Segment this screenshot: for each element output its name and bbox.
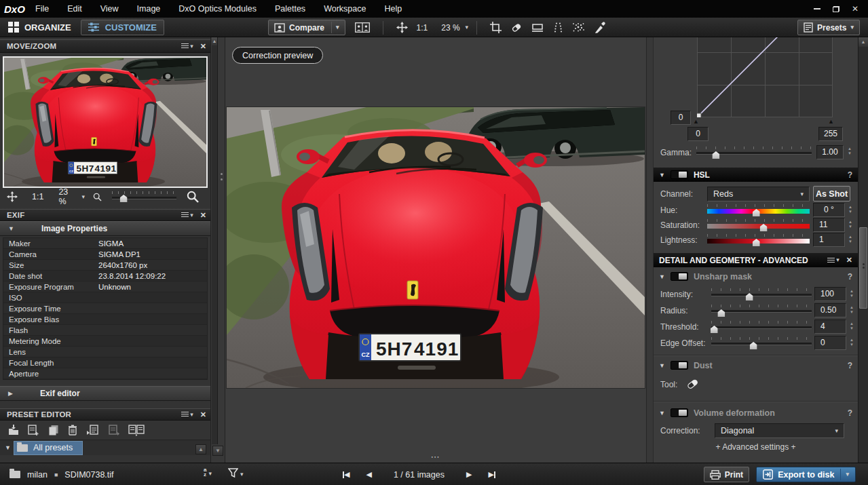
zoom-out-icon[interactable] bbox=[93, 193, 102, 201]
gamma-slider[interactable] bbox=[696, 147, 812, 159]
compare-presets-button[interactable] bbox=[128, 425, 145, 436]
menu-image[interactable]: Image bbox=[137, 4, 161, 14]
splitter-handle[interactable] bbox=[221, 173, 223, 184]
threshold-value[interactable]: 4 bbox=[814, 319, 846, 334]
zoom-level-value[interactable]: 23 % bbox=[441, 23, 459, 33]
navigator-thumbnail[interactable] bbox=[3, 56, 208, 188]
curve-node[interactable] bbox=[697, 113, 701, 117]
edge-offset-value[interactable]: 0 bbox=[814, 336, 846, 350]
duplicate-preset-button[interactable] bbox=[48, 425, 59, 435]
zoom-1to1-button[interactable]: 1:1 bbox=[417, 23, 428, 33]
import-preset-button[interactable] bbox=[8, 425, 19, 435]
radius-spinner[interactable]: ▲▼ bbox=[850, 306, 854, 314]
menu-workspace[interactable]: Workspace bbox=[324, 4, 366, 14]
hue-slider[interactable] bbox=[707, 204, 810, 216]
help-icon[interactable]: ? bbox=[848, 272, 852, 282]
menu-view[interactable]: View bbox=[100, 4, 119, 14]
tab-customize[interactable]: CUSTOMIZE bbox=[81, 20, 164, 35]
export-dropdown[interactable]: ▾ bbox=[840, 469, 849, 480]
left-scrollbar[interactable]: ▲ bbox=[212, 37, 218, 444]
white-point-value[interactable]: 255 bbox=[818, 127, 843, 141]
close-icon[interactable]: ✕ bbox=[846, 256, 852, 265]
correction-dropdown[interactable]: Diagonal ▾ bbox=[715, 423, 844, 438]
filter-button[interactable]: ▾ bbox=[228, 468, 244, 478]
compare-button[interactable]: Compare ▾ bbox=[268, 20, 345, 35]
scroll-up-button[interactable]: ▲ bbox=[858, 37, 868, 47]
intensity-value[interactable]: 100 bbox=[814, 287, 846, 301]
pan-tool-button[interactable] bbox=[7, 191, 18, 202]
image-canvas[interactable] bbox=[227, 107, 645, 388]
close-icon[interactable]: ✕ bbox=[200, 410, 206, 419]
dust-eraser-tool-button[interactable] bbox=[686, 378, 700, 390]
force-lines-tool-button[interactable] bbox=[553, 22, 563, 33]
panel-menu-icon[interactable]: ▾ bbox=[181, 43, 193, 50]
unsharp-mask-toggle[interactable] bbox=[671, 272, 688, 281]
radius-value[interactable]: 0.50 bbox=[814, 303, 846, 317]
exif-editor-section[interactable]: ▶ Exif editor bbox=[0, 386, 210, 401]
zoom-level-dropdown[interactable]: ▾ bbox=[82, 194, 86, 200]
menu-palettes[interactable]: Palettes bbox=[275, 4, 305, 14]
hue-value[interactable]: 0 ° bbox=[813, 203, 845, 217]
lightness-slider[interactable] bbox=[707, 234, 810, 246]
saturation-value[interactable]: 11 bbox=[813, 218, 845, 232]
triangle-down-icon[interactable]: ▼ bbox=[659, 273, 665, 280]
presets-button[interactable]: Presets ▾ bbox=[797, 20, 860, 35]
help-icon[interactable]: ? bbox=[848, 408, 852, 418]
triangle-down-icon[interactable]: ▼ bbox=[659, 410, 665, 416]
panel-menu-icon[interactable]: ▾ bbox=[181, 212, 193, 218]
triangle-down-icon[interactable]: ▼ bbox=[659, 362, 665, 369]
pan-tool-button[interactable] bbox=[396, 22, 408, 33]
black-point-marker[interactable]: ▲ bbox=[693, 118, 699, 125]
scroll-up-button[interactable]: ▲ bbox=[195, 444, 206, 454]
triangle-down-icon[interactable]: ▼ bbox=[5, 444, 11, 451]
right-scrollbar[interactable]: ▲ bbox=[858, 37, 868, 463]
close-icon[interactable]: ✕ bbox=[852, 5, 858, 12]
edge-offset-spinner[interactable]: ▲▼ bbox=[850, 338, 854, 347]
threshold-slider[interactable] bbox=[711, 321, 812, 333]
channel-dropdown[interactable]: Reds ▾ bbox=[707, 187, 810, 201]
lightness-spinner[interactable]: ▲▼ bbox=[848, 235, 852, 244]
create-preset-button[interactable] bbox=[28, 425, 39, 436]
force-parallel-tool-button[interactable] bbox=[531, 23, 544, 33]
menu-help[interactable]: Help bbox=[384, 4, 402, 14]
apply-preset-disabled-button[interactable] bbox=[107, 425, 119, 436]
intensity-slider[interactable] bbox=[711, 288, 812, 300]
scroll-down-button[interactable]: ▼ bbox=[212, 446, 223, 456]
close-icon[interactable]: ✕ bbox=[200, 42, 206, 51]
gamma-spinner[interactable]: ▲▼ bbox=[848, 147, 852, 155]
delete-preset-button[interactable] bbox=[68, 425, 77, 435]
tab-organize[interactable]: ORGANIZE bbox=[8, 22, 71, 33]
dust-brush-tool-button[interactable] bbox=[572, 22, 585, 33]
zoom-1to1-button[interactable]: 1:1 bbox=[32, 192, 43, 201]
help-icon[interactable]: ? bbox=[848, 170, 852, 180]
previous-image-button[interactable]: ◀ bbox=[366, 470, 371, 479]
lightness-value[interactable]: 1 bbox=[813, 233, 845, 247]
gamma-value[interactable]: 1.00 bbox=[816, 145, 844, 159]
export-to-disk-button[interactable]: Export to disk ▾ bbox=[756, 467, 856, 482]
black-point-value[interactable]: 0 bbox=[687, 127, 709, 141]
threshold-spinner[interactable]: ▲▼ bbox=[850, 322, 854, 330]
panel-menu-icon[interactable]: ▾ bbox=[181, 412, 193, 418]
side-by-side-view-button[interactable] bbox=[355, 22, 370, 33]
restore-icon[interactable] bbox=[833, 6, 839, 12]
white-point-marker[interactable]: ▲ bbox=[828, 118, 834, 125]
help-icon[interactable]: ? bbox=[848, 361, 852, 370]
scrollbar-thumb[interactable] bbox=[859, 227, 867, 309]
curve-input-value[interactable]: 0 bbox=[671, 111, 691, 125]
left-splitter[interactable]: ▲ ▼ bbox=[210, 37, 225, 463]
apply-preset-button[interactable] bbox=[86, 425, 98, 436]
compare-dropdown[interactable]: ▾ bbox=[331, 22, 339, 33]
as-shot-button[interactable]: As Shot bbox=[813, 186, 850, 201]
saturation-slider[interactable] bbox=[707, 219, 810, 231]
image-properties-section[interactable]: ▼ Image Properties bbox=[0, 221, 210, 236]
radius-slider[interactable] bbox=[711, 305, 812, 317]
first-image-button[interactable]: ◀ bbox=[343, 470, 350, 479]
zoom-level-value[interactable]: 23 % bbox=[58, 187, 77, 206]
intensity-spinner[interactable]: ▲▼ bbox=[850, 290, 854, 298]
hsl-toggle[interactable] bbox=[671, 170, 688, 179]
menu-edit[interactable]: Edit bbox=[67, 4, 82, 14]
zoom-level-dropdown[interactable]: ▾ bbox=[466, 24, 469, 31]
dust-toggle[interactable] bbox=[671, 361, 688, 370]
scroll-up-button[interactable]: ▲ bbox=[212, 37, 217, 45]
hue-spinner[interactable]: ▲▼ bbox=[848, 206, 852, 214]
